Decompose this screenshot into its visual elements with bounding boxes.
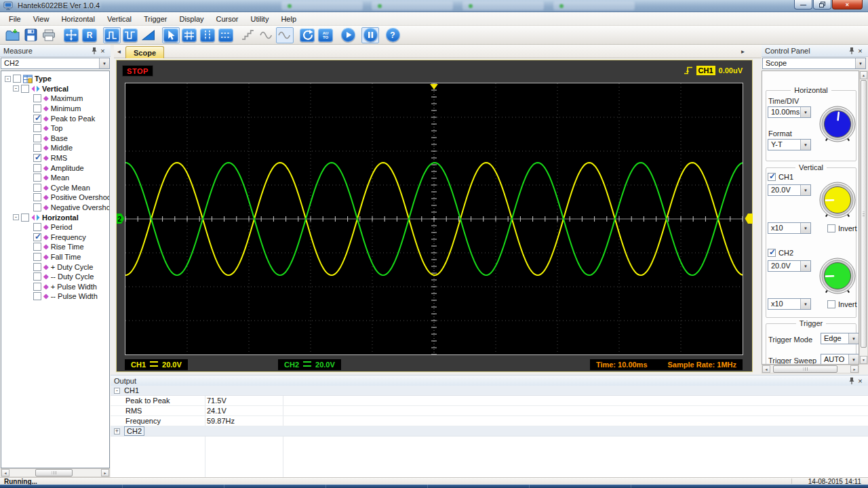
tree-item--pulse-width[interactable]: ◆+ Pulse Width bbox=[3, 281, 109, 291]
tree-checkbox[interactable] bbox=[33, 283, 41, 291]
tree-checkbox[interactable] bbox=[33, 134, 41, 142]
tree-expander-icon[interactable]: - bbox=[5, 76, 11, 82]
tree-checkbox[interactable] bbox=[33, 223, 41, 231]
ch2-position-marker[interactable]: 2 bbox=[117, 214, 125, 225]
menu-file[interactable]: File bbox=[3, 13, 27, 25]
scroll-left-icon[interactable]: ◄ bbox=[762, 365, 770, 373]
ch2-invert[interactable]: Invert bbox=[827, 300, 857, 308]
menu-utility[interactable]: Utility bbox=[245, 13, 275, 25]
format-select[interactable]: Y-T▼ bbox=[768, 139, 811, 150]
tree-checkbox[interactable] bbox=[13, 75, 21, 83]
tree-checkbox[interactable] bbox=[33, 144, 41, 152]
pause-icon[interactable] bbox=[361, 27, 379, 43]
ch2-position-knob[interactable] bbox=[818, 258, 856, 297]
tree-item-base[interactable]: ◆Base bbox=[3, 134, 109, 144]
cursor-pointer-icon[interactable] bbox=[162, 27, 180, 43]
tree-checkbox[interactable] bbox=[33, 243, 41, 251]
timediv-select[interactable]: 10.00ms▼ bbox=[768, 106, 811, 118]
trigger-mode-select[interactable]: Edge▼ bbox=[821, 333, 859, 344]
print-icon[interactable] bbox=[40, 27, 58, 43]
ch2-enable[interactable]: CH2 bbox=[768, 249, 793, 257]
menu-display[interactable]: Display bbox=[173, 13, 210, 25]
close-icon[interactable]: × bbox=[856, 46, 865, 55]
tree-item-top[interactable]: ◆Top bbox=[3, 123, 109, 134]
tree-checkbox[interactable] bbox=[33, 263, 41, 271]
output-group-ch2[interactable]: +CH2 bbox=[111, 426, 868, 436]
tree-checkbox[interactable] bbox=[33, 124, 41, 132]
tree-item-minimum[interactable]: ◆Minimum bbox=[3, 104, 109, 114]
scroll-up-icon[interactable]: ▲ bbox=[860, 71, 867, 79]
open-icon[interactable] bbox=[3, 27, 21, 43]
tab-scroll-left-icon[interactable]: ◄ bbox=[115, 48, 123, 56]
menu-cursor[interactable]: Cursor bbox=[210, 13, 245, 25]
help-icon[interactable]: ? bbox=[384, 27, 401, 43]
tree-item-frequency[interactable]: ◆Frequency bbox=[3, 232, 109, 243]
stop-button[interactable]: STOP bbox=[122, 65, 153, 77]
output-expander-icon[interactable]: - bbox=[114, 388, 120, 394]
scroll-right-icon[interactable]: ► bbox=[850, 365, 859, 373]
tree-expander-icon[interactable]: - bbox=[13, 214, 19, 220]
scroll-left-icon[interactable]: ◄ bbox=[1, 469, 9, 476]
panel-mode-select[interactable]: Scope ▼ bbox=[762, 58, 866, 69]
ch2-invert-checkbox[interactable] bbox=[827, 300, 835, 308]
tree-item-period[interactable]: ◆Period bbox=[3, 222, 109, 232]
ch1-enable[interactable]: CH1 bbox=[768, 173, 793, 181]
tree-checkbox[interactable] bbox=[33, 115, 41, 123]
menu-horizontal[interactable]: Horizontal bbox=[55, 13, 101, 25]
tree-checkbox[interactable] bbox=[21, 214, 29, 222]
pin-icon[interactable] bbox=[847, 377, 856, 386]
vertical-cursors-icon[interactable] bbox=[199, 27, 216, 43]
ch2-scale-select[interactable]: 20.0V▼ bbox=[768, 260, 811, 272]
measure-channel-select[interactable]: CH2 ▼ bbox=[1, 58, 110, 69]
ch1-checkbox[interactable] bbox=[768, 173, 776, 181]
horizontal-knob[interactable] bbox=[818, 106, 856, 145]
trigger-level-marker[interactable] bbox=[745, 214, 753, 225]
menu-trigger[interactable]: Trigger bbox=[138, 13, 173, 25]
tree-checkbox[interactable] bbox=[21, 85, 29, 93]
pin-icon[interactable] bbox=[847, 46, 856, 55]
menu-vertical[interactable]: Vertical bbox=[101, 13, 138, 25]
tree-item-amplitude[interactable]: ◆Amplitude bbox=[3, 163, 109, 173]
tree-checkbox[interactable] bbox=[33, 184, 41, 192]
minimize-button[interactable]: — bbox=[794, 0, 812, 9]
scroll-right-icon[interactable]: ► bbox=[101, 469, 109, 476]
tree-checkbox[interactable] bbox=[33, 154, 41, 162]
tree-item-rise-time[interactable]: ◆Rise Time bbox=[3, 242, 109, 252]
tree-item--duty-cycle[interactable]: ◆+ Duty Cycle bbox=[3, 262, 109, 272]
close-icon[interactable]: × bbox=[98, 46, 107, 55]
ch2-probe-select[interactable]: x10▼ bbox=[768, 298, 811, 310]
tree-item-horizontal[interactable]: -Horizontal bbox=[3, 212, 109, 222]
tree-item-cycle-mean[interactable]: ◆Cycle Mean bbox=[3, 183, 109, 193]
control-panel-hscrollbar[interactable]: ◄ ► bbox=[762, 365, 859, 373]
reference-wave-icon[interactable]: R bbox=[81, 27, 98, 43]
tree-item-peak-to-peak[interactable]: ◆Peak to Peak bbox=[3, 113, 109, 123]
save-icon[interactable] bbox=[22, 27, 39, 43]
tree-checkbox[interactable] bbox=[33, 253, 41, 261]
tree-checkbox[interactable] bbox=[33, 104, 41, 113]
output-group-ch1[interactable]: -CH1 bbox=[111, 386, 868, 396]
tree-item-positive-overshoot[interactable]: ◆Positive Overshoot bbox=[3, 192, 109, 203]
tree-checkbox[interactable] bbox=[33, 233, 41, 241]
ch1-invert-checkbox[interactable] bbox=[827, 224, 835, 232]
menu-help[interactable]: Help bbox=[275, 13, 302, 25]
measure-hscrollbar[interactable]: ◄ ► bbox=[1, 468, 110, 477]
pan-icon[interactable] bbox=[62, 27, 80, 43]
ch1-position-knob[interactable] bbox=[818, 182, 856, 221]
close-button[interactable]: × bbox=[832, 0, 863, 9]
tree-expander-icon[interactable]: - bbox=[13, 85, 19, 92]
tree-item-vertical[interactable]: -Vertical bbox=[3, 84, 109, 94]
tree-checkbox[interactable] bbox=[33, 272, 41, 281]
ch1-probe-select[interactable]: x10▼ bbox=[768, 222, 811, 234]
tree-item-fall-time[interactable]: ◆Fall Time bbox=[3, 252, 109, 262]
ramp-icon[interactable] bbox=[140, 27, 157, 43]
ch1-scale-select[interactable]: 20.0V▼ bbox=[768, 184, 811, 196]
restore-button[interactable] bbox=[813, 0, 831, 9]
start-icon[interactable] bbox=[339, 27, 357, 43]
scroll-down-icon[interactable]: ▼ bbox=[860, 356, 867, 364]
control-panel-vscrollbar[interactable]: ▲ ▼ bbox=[859, 70, 868, 365]
tree-checkbox[interactable] bbox=[33, 164, 41, 172]
tree-item-negative-overshoot[interactable]: ◆Negative Overshoot bbox=[3, 203, 109, 213]
ch2-checkbox[interactable] bbox=[768, 249, 776, 257]
tree-item-maximum[interactable]: ◆Maximum bbox=[3, 94, 109, 104]
trigger-sweep-select[interactable]: AUTO▼ bbox=[821, 354, 859, 365]
